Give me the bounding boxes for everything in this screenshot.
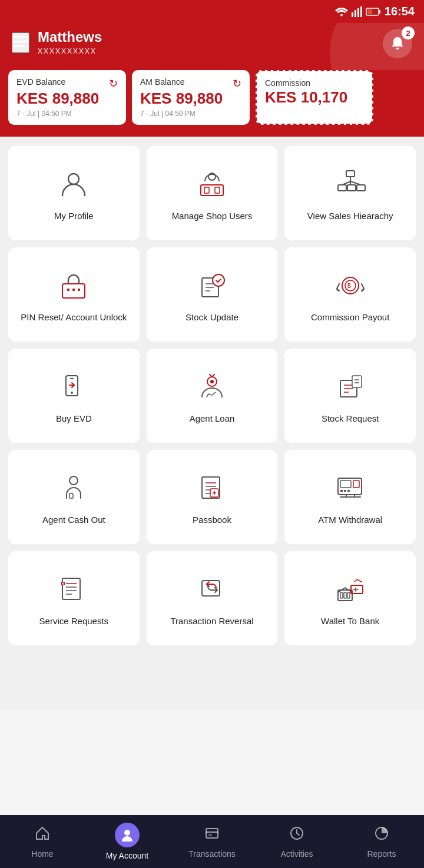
svg-rect-61 [340,490,343,492]
svg-point-41 [210,380,214,383]
transactions-icon [204,825,220,846]
buy-evd-icon [56,369,91,405]
agent-cash-out-label: Agent Cash Out [42,514,105,526]
stock-update-item[interactable]: Stock Update [147,247,278,342]
svg-rect-73 [202,581,220,596]
evd-balance-date: 7 - Jul | 04:50 PM [16,110,118,118]
svg-point-39 [71,392,73,394]
agent-loan-item[interactable]: Agent Loan [147,349,278,443]
transaction-reversal-label: Transaction Reversal [170,615,253,627]
svg-point-79 [124,830,130,836]
wallet-bank-icon [333,572,368,607]
am-balance-date: 7 - Jul | 04:50 PM [140,110,241,118]
agent-cash-out-item[interactable]: Agent Cash Out [8,450,140,544]
svg-rect-75 [340,592,343,598]
service-requests-item[interactable]: Service Requests [8,551,140,645]
stock-request-item[interactable]: Stock Request [284,349,416,443]
svg-rect-0 [352,12,353,17]
svg-rect-9 [13,45,25,47]
svg-rect-50 [69,493,73,498]
nav-activities[interactable]: Activities [254,815,339,868]
manage-shop-users-item[interactable]: Manage Shop Users [147,146,278,240]
balance-section: EVD Balance ↻ KES 89,880 7 - Jul | 04:50… [0,70,424,137]
nav-my-account-label: My Account [106,851,148,860]
grid-row-4: Agent Cash Out Passbook [8,450,416,544]
buy-evd-item[interactable]: Buy EVD [8,349,140,443]
commission-payout-item[interactable]: $ Commission Payout [284,247,416,342]
pin-reset-item[interactable]: PIN Reset/ Account Unlock [8,247,140,342]
evd-balance-card[interactable]: EVD Balance ↻ KES 89,880 7 - Jul | 04:50… [8,70,126,125]
svg-rect-26 [78,289,80,291]
stock-request-icon [333,369,368,405]
svg-rect-2 [357,8,359,17]
nav-reports[interactable]: Reports [339,815,424,868]
notification-badge: 2 [402,26,415,39]
atm-icon [333,471,368,506]
pin-reset-icon [56,268,91,303]
menu-button[interactable] [12,32,29,53]
agent-cash-icon [56,471,91,506]
svg-rect-12 [204,187,209,193]
stock-update-icon [194,268,230,303]
view-sales-hierarchy-item[interactable]: View Sales Hiearachy [284,146,416,240]
pin-reset-label: PIN Reset/ Account Unlock [21,312,127,323]
svg-rect-6 [379,10,380,14]
svg-rect-7 [13,36,28,38]
grid-row-3: Buy EVD Agent Loan [8,349,416,443]
passbook-item[interactable]: Passbook [147,450,278,544]
notification-button[interactable]: 2 [383,29,412,58]
hierarchy-icon [333,167,368,202]
svg-rect-18 [357,185,365,191]
commission-label: Commission [265,78,310,88]
transaction-reversal-item[interactable]: Transaction Reversal [147,551,278,645]
svg-rect-15 [346,171,355,177]
buy-evd-label: Buy EVD [56,413,92,425]
atm-withdrawal-label: ATM Withdrawal [318,514,382,526]
evd-refresh-icon[interactable]: ↻ [109,77,118,90]
svg-rect-24 [67,289,69,291]
commission-icon: $ [333,268,368,303]
svg-text:$: $ [347,283,351,289]
my-profile-item[interactable]: My Profile [8,146,140,240]
grid-row-5: Service Requests Transaction Reversal [8,551,416,645]
passbook-icon [194,471,230,506]
stock-request-label: Stock Request [322,413,379,425]
nav-transactions[interactable]: Transactions [170,815,254,868]
wallet-to-bank-label: Wallet To Bank [321,615,379,627]
user-info: Matthews xxxxxxxxxx [38,29,102,56]
status-icons: 16:54 [335,5,415,18]
grid-section: My Profile Manage Shop Users [0,137,424,710]
service-icon [56,572,91,607]
commission-card[interactable]: Commission KES 10,170 [256,70,373,125]
svg-rect-46 [352,376,362,387]
svg-rect-60 [340,481,351,488]
wallet-to-bank-item[interactable]: Wallet To Bank [284,551,416,645]
view-sales-hierarchy-label: View Sales Hiearachy [307,210,393,222]
reversal-icon [194,572,230,607]
svg-point-28 [213,274,224,286]
svg-rect-1 [355,10,356,17]
svg-rect-64 [353,481,359,488]
atm-withdrawal-item[interactable]: ATM Withdrawal [284,450,416,544]
profile-icon [56,167,91,202]
home-icon [34,825,51,846]
svg-rect-5 [367,9,372,14]
am-balance-label: AM Balance [140,77,184,87]
svg-rect-65 [62,578,80,599]
am-refresh-icon[interactable]: ↻ [233,77,241,90]
agent-loan-icon [194,369,230,405]
account-avatar [115,823,140,847]
commission-payout-label: Commission Payout [311,312,389,323]
nav-activities-label: Activities [280,849,313,859]
status-bar: 16:54 [0,0,424,23]
time-display: 16:54 [385,5,415,18]
grid-row-2: PIN Reset/ Account Unlock Stock Update [8,247,416,342]
nav-my-account[interactable]: My Account [85,815,170,868]
nav-home[interactable]: Home [0,815,85,868]
manage-shop-users-label: Manage Shop Users [172,210,253,222]
svg-rect-8 [13,41,28,42]
grid-row-1: My Profile Manage Shop Users [8,146,416,240]
evd-balance-label: EVD Balance [16,77,65,87]
am-balance-card[interactable]: AM Balance ↻ KES 89,880 7 - Jul | 04:50 … [132,70,250,125]
svg-rect-63 [347,490,350,492]
